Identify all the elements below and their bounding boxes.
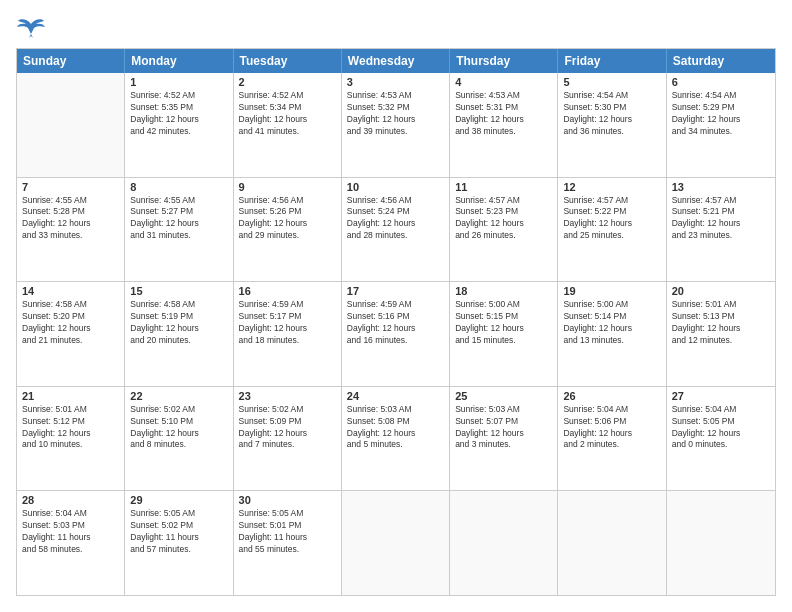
day-number: 4 bbox=[455, 76, 552, 88]
cal-cell: 9Sunrise: 4:56 AM Sunset: 5:26 PM Daylig… bbox=[234, 178, 342, 282]
cal-cell bbox=[17, 73, 125, 177]
cal-cell: 29Sunrise: 5:05 AM Sunset: 5:02 PM Dayli… bbox=[125, 491, 233, 595]
sun-info: Sunrise: 5:00 AM Sunset: 5:14 PM Dayligh… bbox=[563, 299, 660, 347]
day-number: 23 bbox=[239, 390, 336, 402]
week-row-0: 1Sunrise: 4:52 AM Sunset: 5:35 PM Daylig… bbox=[17, 73, 775, 178]
cal-cell: 12Sunrise: 4:57 AM Sunset: 5:22 PM Dayli… bbox=[558, 178, 666, 282]
week-row-3: 21Sunrise: 5:01 AM Sunset: 5:12 PM Dayli… bbox=[17, 387, 775, 492]
cal-cell: 21Sunrise: 5:01 AM Sunset: 5:12 PM Dayli… bbox=[17, 387, 125, 491]
sun-info: Sunrise: 4:54 AM Sunset: 5:29 PM Dayligh… bbox=[672, 90, 770, 138]
week-row-2: 14Sunrise: 4:58 AM Sunset: 5:20 PM Dayli… bbox=[17, 282, 775, 387]
sun-info: Sunrise: 5:00 AM Sunset: 5:15 PM Dayligh… bbox=[455, 299, 552, 347]
sun-info: Sunrise: 4:53 AM Sunset: 5:31 PM Dayligh… bbox=[455, 90, 552, 138]
day-number: 12 bbox=[563, 181, 660, 193]
cal-cell: 15Sunrise: 4:58 AM Sunset: 5:19 PM Dayli… bbox=[125, 282, 233, 386]
cal-cell: 5Sunrise: 4:54 AM Sunset: 5:30 PM Daylig… bbox=[558, 73, 666, 177]
calendar-body: 1Sunrise: 4:52 AM Sunset: 5:35 PM Daylig… bbox=[17, 73, 775, 595]
sun-info: Sunrise: 4:55 AM Sunset: 5:28 PM Dayligh… bbox=[22, 195, 119, 243]
day-header-sunday: Sunday bbox=[17, 49, 125, 73]
sun-info: Sunrise: 5:02 AM Sunset: 5:09 PM Dayligh… bbox=[239, 404, 336, 452]
logo bbox=[16, 16, 50, 38]
day-header-wednesday: Wednesday bbox=[342, 49, 450, 73]
sun-info: Sunrise: 4:59 AM Sunset: 5:17 PM Dayligh… bbox=[239, 299, 336, 347]
day-number: 25 bbox=[455, 390, 552, 402]
sun-info: Sunrise: 4:58 AM Sunset: 5:20 PM Dayligh… bbox=[22, 299, 119, 347]
day-header-saturday: Saturday bbox=[667, 49, 775, 73]
sun-info: Sunrise: 4:58 AM Sunset: 5:19 PM Dayligh… bbox=[130, 299, 227, 347]
sun-info: Sunrise: 5:05 AM Sunset: 5:01 PM Dayligh… bbox=[239, 508, 336, 556]
day-number: 8 bbox=[130, 181, 227, 193]
sun-info: Sunrise: 4:53 AM Sunset: 5:32 PM Dayligh… bbox=[347, 90, 444, 138]
sun-info: Sunrise: 5:02 AM Sunset: 5:10 PM Dayligh… bbox=[130, 404, 227, 452]
cal-cell: 27Sunrise: 5:04 AM Sunset: 5:05 PM Dayli… bbox=[667, 387, 775, 491]
sun-info: Sunrise: 4:57 AM Sunset: 5:21 PM Dayligh… bbox=[672, 195, 770, 243]
day-header-monday: Monday bbox=[125, 49, 233, 73]
cal-cell: 26Sunrise: 5:04 AM Sunset: 5:06 PM Dayli… bbox=[558, 387, 666, 491]
day-header-friday: Friday bbox=[558, 49, 666, 73]
cal-cell: 20Sunrise: 5:01 AM Sunset: 5:13 PM Dayli… bbox=[667, 282, 775, 386]
cal-cell: 1Sunrise: 4:52 AM Sunset: 5:35 PM Daylig… bbox=[125, 73, 233, 177]
cal-cell: 2Sunrise: 4:52 AM Sunset: 5:34 PM Daylig… bbox=[234, 73, 342, 177]
sun-info: Sunrise: 5:04 AM Sunset: 5:06 PM Dayligh… bbox=[563, 404, 660, 452]
day-number: 20 bbox=[672, 285, 770, 297]
day-number: 9 bbox=[239, 181, 336, 193]
week-row-1: 7Sunrise: 4:55 AM Sunset: 5:28 PM Daylig… bbox=[17, 178, 775, 283]
day-number: 13 bbox=[672, 181, 770, 193]
day-number: 5 bbox=[563, 76, 660, 88]
cal-cell: 14Sunrise: 4:58 AM Sunset: 5:20 PM Dayli… bbox=[17, 282, 125, 386]
day-number: 15 bbox=[130, 285, 227, 297]
cal-cell: 16Sunrise: 4:59 AM Sunset: 5:17 PM Dayli… bbox=[234, 282, 342, 386]
sun-info: Sunrise: 5:04 AM Sunset: 5:05 PM Dayligh… bbox=[672, 404, 770, 452]
day-number: 14 bbox=[22, 285, 119, 297]
cal-cell bbox=[342, 491, 450, 595]
cal-cell: 24Sunrise: 5:03 AM Sunset: 5:08 PM Dayli… bbox=[342, 387, 450, 491]
sun-info: Sunrise: 5:04 AM Sunset: 5:03 PM Dayligh… bbox=[22, 508, 119, 556]
day-number: 10 bbox=[347, 181, 444, 193]
sun-info: Sunrise: 5:03 AM Sunset: 5:07 PM Dayligh… bbox=[455, 404, 552, 452]
cal-cell: 8Sunrise: 4:55 AM Sunset: 5:27 PM Daylig… bbox=[125, 178, 233, 282]
cal-cell: 18Sunrise: 5:00 AM Sunset: 5:15 PM Dayli… bbox=[450, 282, 558, 386]
page: SundayMondayTuesdayWednesdayThursdayFrid… bbox=[0, 0, 792, 612]
cal-cell: 17Sunrise: 4:59 AM Sunset: 5:16 PM Dayli… bbox=[342, 282, 450, 386]
day-number: 19 bbox=[563, 285, 660, 297]
cal-cell: 6Sunrise: 4:54 AM Sunset: 5:29 PM Daylig… bbox=[667, 73, 775, 177]
day-number: 21 bbox=[22, 390, 119, 402]
calendar-header: SundayMondayTuesdayWednesdayThursdayFrid… bbox=[17, 49, 775, 73]
cal-cell bbox=[450, 491, 558, 595]
cal-cell: 11Sunrise: 4:57 AM Sunset: 5:23 PM Dayli… bbox=[450, 178, 558, 282]
cal-cell: 23Sunrise: 5:02 AM Sunset: 5:09 PM Dayli… bbox=[234, 387, 342, 491]
header bbox=[16, 16, 776, 38]
cal-cell: 10Sunrise: 4:56 AM Sunset: 5:24 PM Dayli… bbox=[342, 178, 450, 282]
sun-info: Sunrise: 5:03 AM Sunset: 5:08 PM Dayligh… bbox=[347, 404, 444, 452]
cal-cell bbox=[667, 491, 775, 595]
day-number: 11 bbox=[455, 181, 552, 193]
day-header-tuesday: Tuesday bbox=[234, 49, 342, 73]
logo-icon bbox=[16, 16, 46, 38]
sun-info: Sunrise: 4:54 AM Sunset: 5:30 PM Dayligh… bbox=[563, 90, 660, 138]
sun-info: Sunrise: 4:57 AM Sunset: 5:23 PM Dayligh… bbox=[455, 195, 552, 243]
sun-info: Sunrise: 4:57 AM Sunset: 5:22 PM Dayligh… bbox=[563, 195, 660, 243]
sun-info: Sunrise: 4:59 AM Sunset: 5:16 PM Dayligh… bbox=[347, 299, 444, 347]
day-number: 24 bbox=[347, 390, 444, 402]
cal-cell: 19Sunrise: 5:00 AM Sunset: 5:14 PM Dayli… bbox=[558, 282, 666, 386]
calendar: SundayMondayTuesdayWednesdayThursdayFrid… bbox=[16, 48, 776, 596]
day-number: 1 bbox=[130, 76, 227, 88]
cal-cell: 13Sunrise: 4:57 AM Sunset: 5:21 PM Dayli… bbox=[667, 178, 775, 282]
sun-info: Sunrise: 5:01 AM Sunset: 5:13 PM Dayligh… bbox=[672, 299, 770, 347]
cal-cell: 4Sunrise: 4:53 AM Sunset: 5:31 PM Daylig… bbox=[450, 73, 558, 177]
day-number: 18 bbox=[455, 285, 552, 297]
cal-cell: 22Sunrise: 5:02 AM Sunset: 5:10 PM Dayli… bbox=[125, 387, 233, 491]
week-row-4: 28Sunrise: 5:04 AM Sunset: 5:03 PM Dayli… bbox=[17, 491, 775, 595]
day-number: 6 bbox=[672, 76, 770, 88]
day-number: 2 bbox=[239, 76, 336, 88]
day-number: 26 bbox=[563, 390, 660, 402]
sun-info: Sunrise: 5:01 AM Sunset: 5:12 PM Dayligh… bbox=[22, 404, 119, 452]
day-number: 16 bbox=[239, 285, 336, 297]
cal-cell: 28Sunrise: 5:04 AM Sunset: 5:03 PM Dayli… bbox=[17, 491, 125, 595]
sun-info: Sunrise: 4:56 AM Sunset: 5:24 PM Dayligh… bbox=[347, 195, 444, 243]
cal-cell: 30Sunrise: 5:05 AM Sunset: 5:01 PM Dayli… bbox=[234, 491, 342, 595]
cal-cell bbox=[558, 491, 666, 595]
cal-cell: 25Sunrise: 5:03 AM Sunset: 5:07 PM Dayli… bbox=[450, 387, 558, 491]
sun-info: Sunrise: 4:52 AM Sunset: 5:35 PM Dayligh… bbox=[130, 90, 227, 138]
day-number: 30 bbox=[239, 494, 336, 506]
